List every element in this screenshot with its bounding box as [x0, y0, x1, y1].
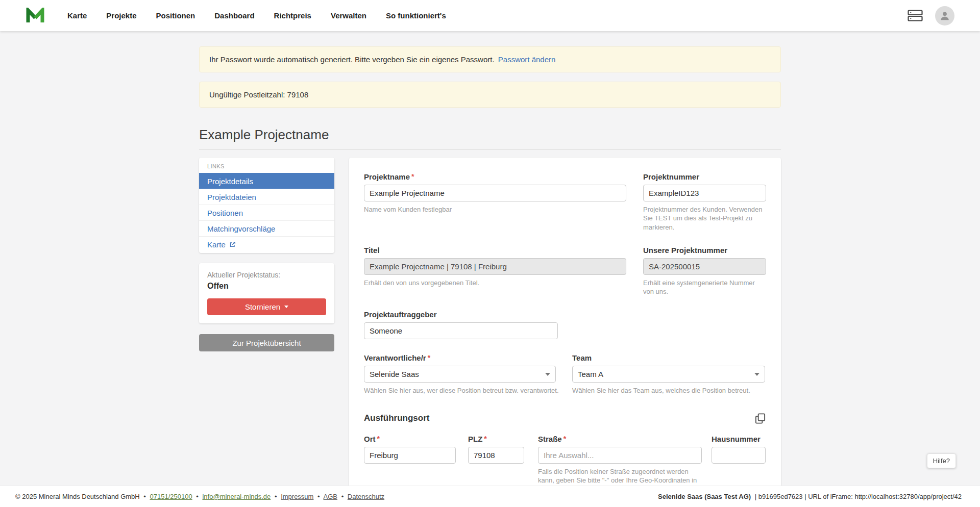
status-card: Aktueller Projektstatus: Offen Storniere… — [199, 263, 334, 323]
sidebar: LINKS Projektdetails Projektdateien Posi… — [199, 158, 334, 351]
email-link[interactable]: info@mineral-minds.de — [202, 493, 271, 500]
help-button[interactable]: Hilfe? — [927, 453, 956, 468]
field-verantwortlicher: Verantwortliche/r* Selenide Saas Wählen … — [364, 353, 556, 395]
cancel-project-label: Stornieren — [245, 302, 280, 311]
field-unsere-projektnummer: Unsere Projektnummer Erhält eine systemg… — [643, 246, 766, 296]
sidebar-item-karte[interactable]: Karte — [199, 236, 334, 252]
verantwortlicher-selected-value: Selenide Saas — [370, 370, 419, 378]
verantwortlicher-label: Verantwortliche/r* — [364, 353, 556, 362]
strasse-label: Straße* — [538, 435, 702, 443]
field-strasse: Straße* Falls die Position keiner Straße… — [538, 435, 702, 494]
footer: © 2025 Mineral Minds Deutschland GmbH • … — [0, 486, 980, 507]
required-marker: * — [411, 172, 414, 181]
links-header: LINKS — [199, 158, 334, 173]
projektname-label: Projektname* — [364, 172, 626, 181]
links-card: LINKS Projektdetails Projektdateien Posi… — [199, 158, 334, 253]
chevron-down-icon — [754, 373, 760, 376]
ort-input[interactable] — [364, 447, 456, 464]
chevron-down-icon — [545, 373, 550, 376]
footer-right: Selenide Saas (Saas Test AG) | b91695ed7… — [658, 493, 962, 500]
ort-label: Ort* — [364, 435, 456, 443]
unsere-projektnummer-label: Unsere Projektnummer — [643, 246, 766, 255]
titel-label: Titel — [364, 246, 626, 255]
ausfuehrungsort-section-head: Ausführungsort — [364, 413, 766, 424]
team-label: Team — [572, 353, 765, 362]
caret-down-icon — [284, 306, 288, 308]
projektname-input[interactable] — [364, 185, 626, 201]
nav-item-projekte[interactable]: Projekte — [96, 6, 146, 25]
page-content: Ihr Passwort wurde automatisch generiert… — [0, 31, 980, 507]
back-to-projects-button[interactable]: Zur Projektübersicht — [199, 334, 334, 351]
nav-item-dashboard[interactable]: Dashboard — [205, 6, 264, 25]
nav-item-verwalten[interactable]: Verwalten — [321, 6, 376, 25]
plz-label: PLZ* — [468, 435, 524, 443]
main-nav: Karte Projekte Positionen Dashboard Rich… — [58, 6, 456, 25]
nav-item-so-funktionierts[interactable]: So funktioniert's — [376, 6, 456, 25]
navbar-actions — [908, 6, 954, 26]
brand-logo[interactable] — [25, 8, 45, 24]
external-link-icon — [229, 241, 236, 248]
footer-left: © 2025 Mineral Minds Deutschland GmbH • … — [15, 493, 384, 500]
password-change-link[interactable]: Passwort ändern — [498, 55, 556, 64]
projektauftraggeber-input[interactable] — [364, 322, 558, 339]
field-projektauftraggeber: Projektauftraggeber — [364, 310, 558, 339]
field-projektname: Projektname* Name vom Kunden festlegbar — [364, 172, 626, 232]
projektauftraggeber-label: Projektauftraggeber — [364, 310, 558, 319]
strasse-input[interactable] — [538, 447, 702, 464]
unsere-projektnummer-input — [643, 258, 766, 275]
footer-separator: • — [317, 493, 320, 500]
titel-input — [364, 258, 626, 275]
projektnummer-input[interactable] — [643, 185, 766, 201]
password-alert: Ihr Passwort wurde automatisch generiert… — [199, 46, 781, 72]
project-status-label: Aktueller Projektstatus: — [207, 271, 326, 279]
hausnummer-label: Hausnummer — [712, 435, 766, 443]
field-team: Team Team A Wählen Sie hier das Team aus… — [572, 353, 765, 395]
password-alert-text: Ihr Passwort wurde automatisch generiert… — [209, 55, 495, 64]
team-selected-value: Team A — [578, 370, 603, 378]
datenschutz-link[interactable]: Datenschutz — [348, 493, 384, 500]
field-plz: PLZ* — [468, 435, 524, 494]
avatar[interactable] — [935, 6, 954, 26]
field-titel: Titel Erhält den von uns vorgegebenen Ti… — [364, 246, 626, 296]
verantwortlicher-help: Wählen Sie hier aus, wer diese Position … — [364, 386, 556, 395]
nav-item-karte[interactable]: Karte — [58, 6, 96, 25]
server-icon[interactable] — [908, 9, 923, 22]
sidebar-item-projektdateien[interactable]: Projektdateien — [199, 189, 334, 205]
project-form-card: Projektname* Name vom Kunden festlegbar … — [349, 158, 781, 507]
footer-separator: • — [341, 493, 344, 500]
copyright-text: © 2025 Mineral Minds Deutschland GmbH — [15, 493, 140, 500]
footer-separator: • — [143, 493, 146, 500]
brand-logo-icon — [25, 8, 45, 24]
required-marker: * — [564, 435, 566, 443]
ausfuehrungsort-title: Ausführungsort — [364, 413, 429, 423]
footer-separator: • — [196, 493, 199, 500]
sidebar-item-matchingvorschlaege[interactable]: Matchingvorschläge — [199, 220, 334, 236]
verantwortlicher-select[interactable]: Selenide Saas — [364, 366, 556, 383]
plz-input[interactable] — [468, 447, 524, 464]
hausnummer-input[interactable] — [712, 447, 766, 464]
impressum-link[interactable]: Impressum — [281, 493, 313, 500]
projektname-help: Name vom Kunden festlegbar — [364, 205, 626, 214]
title-divider — [199, 149, 781, 150]
navbar: Karte Projekte Positionen Dashboard Rich… — [0, 0, 980, 31]
field-hausnummer: Hausnummer — [712, 435, 766, 494]
projektnummer-help: Projektnummer des Kunden. Verwenden Sie … — [643, 205, 766, 232]
required-marker: * — [428, 353, 430, 362]
agb-link[interactable]: AGB — [324, 493, 337, 500]
unsere-projektnummer-help: Erhält eine systemgenerierte Nummer von … — [643, 278, 766, 296]
copy-icon[interactable] — [754, 413, 766, 424]
phone-link[interactable]: 07151/250100 — [150, 493, 192, 500]
sidebar-item-positionen[interactable]: Positionen — [199, 205, 334, 220]
footer-separator: • — [275, 493, 277, 500]
nav-item-positionen[interactable]: Positionen — [146, 6, 205, 25]
user-icon — [939, 10, 950, 21]
plz-alert: Ungültige Postleitzahl: 79108 — [199, 82, 781, 108]
field-projektnummer: Projektnummer Projektnummer des Kunden. … — [643, 172, 766, 232]
sidebar-item-projektdetails[interactable]: Projektdetails — [199, 173, 334, 189]
nav-item-richtpreis[interactable]: Richtpreis — [264, 6, 321, 25]
cancel-project-button[interactable]: Stornieren — [207, 298, 326, 315]
team-select[interactable]: Team A — [572, 366, 765, 383]
session-meta: | b91695ed7623 | URL of iFrame: http://l… — [755, 493, 962, 500]
projektnummer-label: Projektnummer — [643, 172, 766, 181]
required-marker: * — [377, 435, 380, 443]
